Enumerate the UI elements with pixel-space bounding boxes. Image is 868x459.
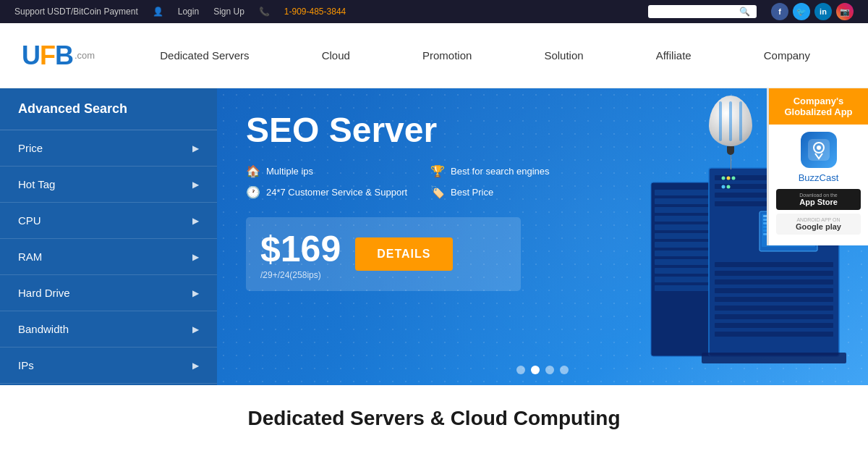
nav-company[interactable]: Company: [753, 43, 821, 67]
chevron-right-icon: ▶: [192, 324, 199, 334]
logo[interactable]: UFB .com: [22, 41, 95, 71]
search-input[interactable]: [652, 7, 739, 17]
sidebar: Advanced Search Price ▶ Hot Tag ▶ CPU ▶ …: [0, 88, 217, 385]
app-store-line1: Download on the: [782, 193, 855, 198]
balloon-stripe-2: [729, 101, 732, 141]
balloon-string: [731, 155, 731, 169]
feature-customer-service: 🕐 24*7 Customer Service & Support: [246, 185, 423, 199]
balloon-stripe-1: [719, 101, 722, 141]
carousel-dot-3[interactable]: [545, 366, 554, 374]
balloon-base: [727, 146, 734, 155]
sidebar-item-cpu[interactable]: CPU ▶: [0, 203, 217, 239]
hero-price-sub: /29+/24(258ips): [260, 270, 341, 280]
buzzcast-name: BuzzCast: [776, 172, 861, 183]
facebook-icon[interactable]: f: [771, 3, 788, 20]
twitter-icon[interactable]: 🐦: [793, 3, 810, 20]
hero-features: 🏠 Multiple ips 🏆 Best for search engines…: [246, 164, 608, 199]
main-content: Advanced Search Price ▶ Hot Tag ▶ CPU ▶ …: [0, 88, 868, 385]
svg-point-46: [817, 146, 821, 150]
svg-rect-43: [702, 353, 846, 363]
feature-label-ips: Multiple ips: [266, 166, 313, 177]
carousel-dot-1[interactable]: [516, 366, 525, 374]
sidebar-label-ram: RAM: [18, 250, 42, 263]
svg-rect-36: [715, 323, 833, 328]
footer-section: Dedicated Servers & Cloud Computing: [0, 385, 868, 437]
footer-title: Dedicated Servers & Cloud Computing: [14, 407, 854, 430]
hero-pricing: $169 /29+/24(258ips) DETAILS: [246, 217, 521, 291]
tag-icon: 🏷️: [430, 185, 445, 199]
logo-com: .com: [75, 50, 95, 61]
nav-affiliate[interactable]: Affiliate: [645, 43, 702, 67]
sidebar-item-ram[interactable]: RAM ▶: [0, 239, 217, 275]
chevron-right-icon: ▶: [192, 216, 199, 226]
sidebar-label-price: Price: [18, 142, 43, 154]
nav-solution[interactable]: Solution: [533, 43, 594, 67]
chevron-right-icon: ▶: [192, 252, 199, 262]
svg-rect-35: [715, 314, 833, 319]
carousel-dot-4[interactable]: [560, 366, 569, 374]
sidebar-label-harddrive: Hard Drive: [18, 287, 70, 299]
sidebar-label-ips: IPs: [18, 359, 34, 371]
instagram-icon[interactable]: 📷: [836, 3, 854, 20]
sidebar-label-hottag: Hot Tag: [18, 178, 55, 190]
google-play-line2: Google play: [782, 222, 855, 231]
clock-icon: 🕐: [246, 185, 260, 199]
hero-dots: [516, 366, 569, 374]
google-play-button[interactable]: ANDROID APP ON Google play: [776, 214, 861, 235]
login-link[interactable]: Login: [178, 7, 199, 17]
balloon-decoration: [702, 96, 760, 168]
buzzcast-icon: [801, 132, 837, 168]
chevron-right-icon: ▶: [192, 180, 199, 190]
sidebar-header: Advanced Search: [0, 88, 217, 130]
hero-banner: SEO Server 🏠 Multiple ips 🏆 Best for sea…: [217, 88, 868, 385]
feature-label-search: Best for search engines: [451, 166, 550, 177]
feature-best-search: 🏆 Best for search engines: [430, 164, 608, 178]
feature-label-service: 24*7 Customer Service & Support: [266, 187, 407, 198]
trophy-icon: 🏆: [430, 164, 445, 178]
feature-best-price: 🏷️ Best Price: [430, 185, 608, 199]
hero-price: $169: [260, 228, 341, 270]
logo-main: UFB: [22, 41, 73, 71]
app-store-button[interactable]: Download on the App Store: [776, 189, 861, 210]
chevron-right-icon: ▶: [192, 143, 199, 153]
main-nav: Dedicated Servers Cloud Promotion Soluti…: [124, 43, 846, 67]
header: UFB .com Dedicated Servers Cloud Promoti…: [0, 23, 868, 88]
google-play-line1: ANDROID APP ON: [782, 217, 855, 222]
feature-multiple-ips: 🏠 Multiple ips: [246, 164, 423, 178]
app-promo-body: BuzzCast Download on the App Store ANDRO…: [769, 125, 868, 245]
home-icon: 🏠: [246, 164, 260, 178]
user-icon: 👤: [153, 7, 163, 17]
app-store-line2: App Store: [782, 198, 855, 206]
phone-number: 1-909-485-3844: [284, 7, 346, 17]
nav-dedicated-servers[interactable]: Dedicated Servers: [149, 43, 260, 67]
app-promo: Company's Globalized App BuzzCast Downlo…: [767, 88, 868, 245]
sidebar-item-hottag[interactable]: Hot Tag ▶: [0, 167, 217, 203]
feature-label-price: Best Price: [451, 187, 493, 198]
chevron-right-icon: ▶: [192, 288, 199, 298]
balloon-stripe-3: [739, 101, 742, 141]
carousel-dot-2[interactable]: [531, 366, 540, 374]
sidebar-item-bandwidth[interactable]: Bandwidth ▶: [0, 311, 217, 348]
sidebar-item-ips[interactable]: IPs ▶: [0, 348, 217, 384]
phone-icon: 📞: [259, 7, 270, 17]
search-icon[interactable]: 🔍: [739, 7, 750, 17]
hero-price-block: $169 /29+/24(258ips): [260, 228, 341, 280]
sidebar-item-price[interactable]: Price ▶: [0, 130, 217, 167]
social-icons: f 🐦 in 📷: [771, 3, 854, 20]
balloon-body: [709, 96, 752, 146]
details-button[interactable]: DETAILS: [355, 237, 452, 271]
sidebar-item-harddrive[interactable]: Hard Drive ▶: [0, 275, 217, 311]
sidebar-label-cpu: CPU: [18, 214, 41, 227]
nav-promotion[interactable]: Promotion: [412, 43, 482, 67]
svg-rect-37: [715, 332, 833, 337]
topbar: Support USDT/BitCoin Payment 👤 Login Sig…: [0, 0, 868, 23]
signup-link[interactable]: Sign Up: [213, 7, 244, 17]
chevron-right-icon: ▶: [192, 361, 199, 371]
app-promo-header: Company's Globalized App: [769, 88, 868, 125]
support-text: Support USDT/BitCoin Payment: [14, 7, 138, 17]
linkedin-icon[interactable]: in: [814, 3, 832, 20]
sidebar-label-bandwidth: Bandwidth: [18, 323, 69, 335]
search-bar[interactable]: 🔍: [648, 5, 757, 18]
nav-cloud[interactable]: Cloud: [311, 43, 361, 67]
